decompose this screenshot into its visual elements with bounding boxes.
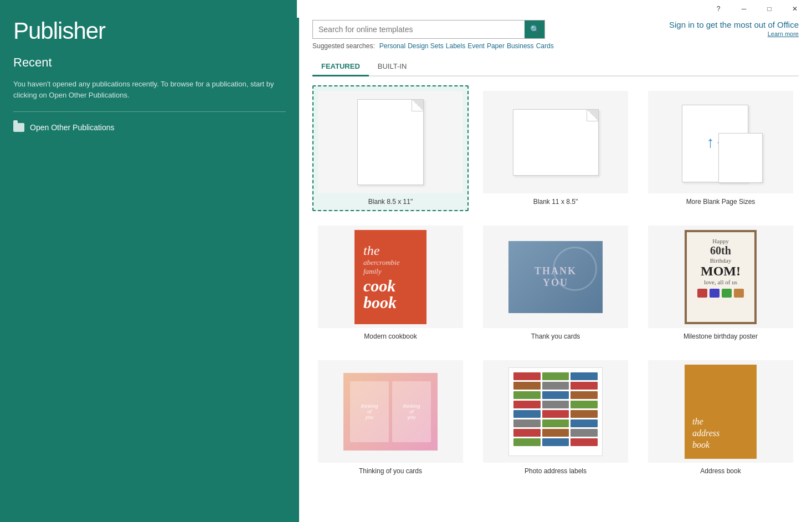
addr-label-row-7: [513, 429, 598, 437]
template-birthday[interactable]: Happy 60th Birthday MOM! love, all of us: [643, 220, 799, 346]
addr-labels-thumbnail: [508, 367, 603, 456]
thankyou-line2: YOU: [535, 277, 577, 289]
label-red-5: [513, 429, 541, 437]
maximize-button[interactable]: □: [757, 0, 782, 18]
suggested-searches: Suggested searches: Personal Design Sets…: [312, 42, 669, 50]
suggested-personal[interactable]: Personal: [379, 42, 405, 50]
template-thumb-address-book: the address book: [648, 360, 793, 463]
label-red-6: [571, 438, 598, 446]
addr-label-row-6: [513, 419, 598, 427]
search-input[interactable]: [313, 25, 525, 34]
template-label-blank-11x8: Blank 11 x 8.5": [533, 198, 578, 206]
suggested-event[interactable]: Event: [467, 42, 485, 50]
label-red-3: [513, 401, 541, 408]
tabs: FEATURED BUILT-IN: [312, 59, 799, 76]
label-gray-1: [542, 382, 569, 390]
cookbook-thumbnail: the abercrombie family cookbook: [354, 230, 426, 324]
template-addr-labels[interactable]: Photo address labels: [477, 355, 634, 480]
top-bar: 🔍 Suggested searches: Personal Design Se…: [312, 20, 799, 50]
suggested-paper[interactable]: Paper: [487, 42, 505, 50]
template-label-address-book: Address book: [700, 467, 741, 475]
label-green-5: [513, 438, 541, 446]
title-bar: ? ─ □ ✕: [299, 0, 812, 18]
template-label-birthday: Milestone birthday poster: [683, 332, 758, 340]
birthday-line2: 60th: [710, 244, 731, 257]
address-book-text: the address book: [692, 416, 720, 451]
label-gray-4: [571, 429, 598, 437]
gift-red: [697, 289, 707, 298]
open-other-publications-button[interactable]: Open Other Publications: [13, 123, 286, 132]
template-thumb-blank-11x8: [483, 91, 628, 193]
template-cookbook[interactable]: the abercrombie family cookbook Modern c…: [312, 220, 469, 346]
template-thinking[interactable]: thinkingofyou thinkingofyou Thinking of …: [312, 355, 469, 480]
birthday-line4: MOM!: [701, 264, 741, 279]
search-button[interactable]: 🔍: [525, 21, 544, 38]
template-more-blank[interactable]: ↑← More Blank Page Sizes: [643, 85, 799, 211]
addr-label-row-4: [513, 401, 598, 408]
sidebar-divider: [13, 111, 286, 112]
template-thumb-birthday: Happy 60th Birthday MOM! love, all of us: [648, 226, 793, 328]
label-red-1: [513, 372, 541, 380]
suggested-label: Suggested searches:: [312, 42, 375, 50]
folder-icon: [13, 123, 24, 132]
cookbook-line1: the: [363, 243, 418, 259]
tab-featured[interactable]: FEATURED: [312, 59, 369, 76]
more-blank-front: [718, 133, 763, 183]
address-book-line1: the: [692, 417, 703, 426]
template-label-blank-8511: Blank 8.5 x 11": [368, 198, 413, 206]
label-red-4: [542, 410, 569, 418]
template-address-book[interactable]: the address book Address book: [643, 355, 799, 480]
address-book-thumbnail: the address book: [685, 365, 757, 459]
label-green-1: [542, 372, 569, 380]
suggested-business[interactable]: Business: [507, 42, 534, 50]
gift-green: [722, 289, 732, 298]
tab-built-in[interactable]: BUILT-IN: [369, 59, 416, 76]
label-blue-3: [513, 410, 541, 418]
search-icon: 🔍: [530, 25, 539, 34]
thinking-card-2: thinkingofyou: [392, 381, 431, 442]
template-thumb-addr-labels: [483, 360, 628, 463]
label-red-2: [571, 382, 598, 390]
label-blue-1: [571, 372, 598, 380]
thinking-thumbnail: thinkingofyou thinkingofyou: [343, 373, 438, 451]
search-area: 🔍 Suggested searches: Personal Design Se…: [312, 20, 669, 50]
close-button[interactable]: ✕: [782, 0, 808, 18]
search-box: 🔍: [312, 20, 545, 39]
help-button[interactable]: ?: [706, 0, 731, 18]
template-thumb-thinking: thinkingofyou thinkingofyou: [318, 360, 463, 463]
learn-more-link[interactable]: Learn more: [669, 30, 799, 37]
template-label-cookbook: Modern cookbook: [364, 332, 417, 340]
template-blank-11x8[interactable]: Blank 11 x 8.5": [477, 85, 634, 211]
address-book-line2: address: [692, 428, 720, 438]
thinking-card-1: thinkingofyou: [350, 381, 389, 442]
label-green-3: [571, 401, 598, 408]
template-thankyou[interactable]: THANK YOU Thank you cards: [477, 220, 634, 346]
template-grid: Blank 8.5 x 11" Blank 11 x 8.5" ↑←: [312, 85, 799, 480]
thankyou-line1: THANK: [535, 265, 577, 277]
suggested-cards[interactable]: Cards: [536, 42, 554, 50]
label-brown-2: [571, 391, 598, 399]
birthday-line1: Happy: [712, 238, 728, 244]
label-brown-4: [542, 429, 569, 437]
label-gray-3: [513, 419, 541, 427]
template-label-addr-labels: Photo address labels: [525, 467, 587, 475]
label-blue-5: [542, 438, 569, 446]
thankyou-text-area: THANK YOU: [535, 265, 577, 289]
sign-in-text[interactable]: Sign in to get the most out of Office: [669, 20, 799, 29]
suggested-labels[interactable]: Labels: [446, 42, 465, 50]
suggested-design-sets[interactable]: Design Sets: [408, 42, 444, 50]
label-blue-2: [542, 391, 569, 399]
template-label-thankyou: Thank you cards: [531, 332, 580, 340]
minimize-button[interactable]: ─: [731, 0, 757, 18]
template-thumb-cookbook: the abercrombie family cookbook: [318, 226, 463, 328]
label-brown-1: [513, 382, 541, 390]
addr-label-row-1: [513, 372, 598, 380]
address-book-line3: book: [692, 440, 710, 449]
label-green-4: [542, 419, 569, 427]
cookbook-line2: cookbook: [363, 278, 418, 311]
cookbook-sub: abercrombie family: [363, 258, 418, 275]
label-blue-4: [571, 419, 598, 427]
birthday-line5: love, all of us: [704, 279, 737, 285]
main-content: ? ─ □ ✕ 🔍 Suggested searches: Personal D…: [299, 0, 812, 492]
template-blank-8511[interactable]: Blank 8.5 x 11": [312, 85, 469, 211]
